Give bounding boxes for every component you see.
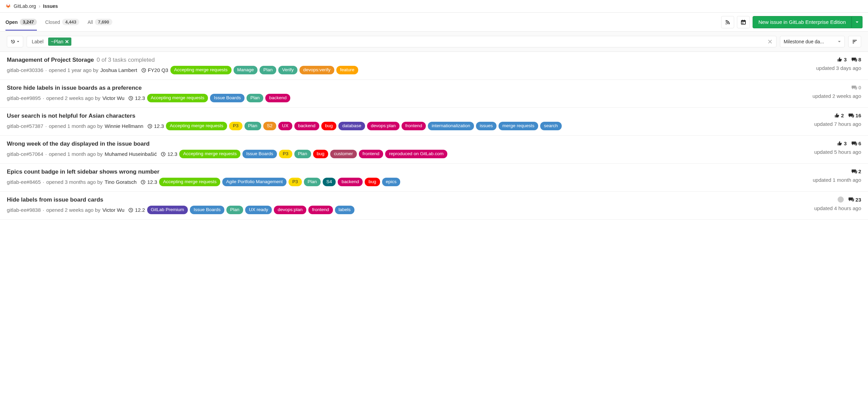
- issue-stats: 2: [852, 168, 861, 174]
- label-pill[interactable]: backend: [338, 178, 363, 186]
- issue-author[interactable]: Muhamed Huseinbašić: [105, 149, 157, 159]
- label-pill[interactable]: bug: [365, 178, 380, 186]
- label-pill[interactable]: devops:plan: [274, 206, 306, 214]
- label-pill[interactable]: P3: [279, 150, 292, 158]
- tab-closed[interactable]: Closed 4,443: [45, 13, 79, 31]
- issue-ref[interactable]: gitlab-ee#9895: [7, 93, 41, 103]
- label-pill[interactable]: Agile Portfolio Management: [222, 178, 286, 186]
- label-pill[interactable]: feature: [336, 66, 358, 74]
- label-pill[interactable]: Accepting merge requests: [147, 94, 208, 102]
- new-issue-dropdown[interactable]: [852, 16, 863, 28]
- label-pill[interactable]: GitLab Premium: [147, 206, 188, 214]
- sort-direction-button[interactable]: [848, 36, 861, 47]
- label-pill[interactable]: Verify: [278, 66, 297, 74]
- label-pill[interactable]: epics: [382, 178, 401, 186]
- label-pill[interactable]: Plan: [304, 178, 321, 186]
- filter-token-remove[interactable]: [65, 40, 69, 43]
- issue-author[interactable]: Victor Wu: [102, 205, 124, 215]
- label-pill[interactable]: Manage: [234, 66, 258, 74]
- issue-ref[interactable]: gitlab-ee#8465: [7, 177, 41, 187]
- issue-ref[interactable]: gitlab-ce#57064: [7, 149, 43, 159]
- tab-open[interactable]: Open 3,247: [5, 13, 37, 31]
- search-history-button[interactable]: [7, 36, 23, 47]
- issue-title[interactable]: Epics count badge in left sidebar shows …: [7, 168, 159, 175]
- label-pill[interactable]: merge requests: [499, 122, 538, 130]
- label-pill[interactable]: Issue Boards: [242, 150, 277, 158]
- sort-icon: [852, 39, 857, 44]
- label-pill[interactable]: devops:plan: [367, 122, 400, 130]
- issue-title[interactable]: Store hide labels in issue boards as a p…: [7, 85, 142, 91]
- label-pill[interactable]: Accepting merge requests: [170, 66, 232, 74]
- label-pill[interactable]: Issue Boards: [210, 94, 244, 102]
- label-pill[interactable]: reproduced on GitLab.com: [385, 150, 447, 158]
- label-pill[interactable]: issues: [476, 122, 496, 130]
- new-issue-button[interactable]: New issue in GitLab Enterprise Edition: [753, 16, 852, 28]
- issue-title[interactable]: Wrong week of the day displayed in the i…: [7, 141, 150, 147]
- label-pill[interactable]: Plan: [294, 150, 311, 158]
- rss-button[interactable]: [721, 16, 734, 28]
- label-pill[interactable]: bug: [313, 150, 328, 158]
- breadcrumb-group[interactable]: GitLab.org: [14, 3, 36, 9]
- label-pill[interactable]: P3: [229, 122, 242, 130]
- issue-milestone[interactable]: FY20 Q3: [141, 65, 168, 75]
- filter-clear-button[interactable]: [766, 40, 774, 44]
- tab-all[interactable]: All 7,690: [87, 13, 112, 31]
- issue-author[interactable]: Tino Goratsch: [105, 177, 137, 187]
- issue-updated: updated 1 month ago: [813, 177, 861, 183]
- comments[interactable]: 23: [849, 197, 861, 203]
- label-pill[interactable]: UX ready: [245, 206, 272, 214]
- issue-milestone[interactable]: 12.3: [161, 149, 177, 159]
- label-pill[interactable]: bug: [321, 122, 337, 130]
- comments[interactable]: 0: [852, 85, 861, 90]
- label-pill[interactable]: Plan: [226, 206, 243, 214]
- upvotes[interactable]: 2: [835, 113, 844, 118]
- comments[interactable]: 2: [852, 168, 861, 174]
- label-pill[interactable]: backend: [294, 122, 319, 130]
- label-pill[interactable]: P3: [289, 178, 302, 186]
- comments[interactable]: 6: [852, 141, 861, 146]
- label-pill[interactable]: Accepting merge requests: [179, 150, 240, 158]
- label-pill[interactable]: backend: [265, 94, 290, 102]
- calendar-button[interactable]: [737, 16, 750, 28]
- issue-author[interactable]: Joshua Lambert: [100, 65, 137, 75]
- label-pill[interactable]: devops:verify: [299, 66, 334, 74]
- label-pill[interactable]: S4: [323, 178, 336, 186]
- issue-ref[interactable]: gitlab-ee#9838: [7, 205, 41, 215]
- issue-author[interactable]: Winnie Hellmann: [105, 121, 143, 131]
- issue-title[interactable]: Hide labels from issue board cards: [7, 196, 103, 203]
- issue-milestone[interactable]: 12.3: [128, 93, 145, 103]
- issue-milestone[interactable]: 12.3: [148, 121, 164, 131]
- label-pill[interactable]: Accepting merge requests: [166, 122, 227, 130]
- label-pill[interactable]: Issue Boards: [190, 206, 224, 214]
- label-pill[interactable]: frontend: [359, 150, 383, 158]
- issue-ref[interactable]: gitlab-ce#57387: [7, 121, 43, 131]
- comments[interactable]: 8: [852, 57, 861, 62]
- breadcrumb-page[interactable]: Issues: [43, 3, 58, 9]
- label-pill[interactable]: customer: [330, 150, 357, 158]
- upvotes[interactable]: 3: [837, 57, 846, 62]
- label-pill[interactable]: Accepting merge requests: [159, 178, 220, 186]
- label-pill[interactable]: UX: [278, 122, 292, 130]
- issue-author[interactable]: Victor Wu: [102, 93, 124, 103]
- filter-token[interactable]: ~Plan: [48, 38, 71, 46]
- label-pill[interactable]: search: [540, 122, 562, 130]
- label-pill[interactable]: labels: [335, 206, 354, 214]
- label-pill[interactable]: internationalization: [428, 122, 474, 130]
- filter-input[interactable]: Label ~Plan: [27, 36, 776, 47]
- label-pill[interactable]: Plan: [260, 66, 276, 74]
- issue-milestone[interactable]: 12.3: [141, 177, 157, 187]
- upvotes[interactable]: 3: [837, 141, 846, 146]
- issue-milestone[interactable]: 12.2: [128, 205, 145, 215]
- label-pill[interactable]: S2: [263, 122, 277, 130]
- comments[interactable]: 16: [849, 113, 861, 118]
- sort-dropdown[interactable]: Milestone due da...: [780, 36, 845, 47]
- label-pill[interactable]: Plan: [244, 122, 261, 130]
- assignee-avatar[interactable]: [838, 196, 844, 203]
- label-pill[interactable]: frontend: [308, 206, 333, 214]
- issue-ref[interactable]: gitlab-ce#30336: [7, 65, 43, 75]
- issue-title[interactable]: Management of Project Storage: [7, 57, 94, 63]
- issue-title[interactable]: User search is not helpful for Asian cha…: [7, 113, 135, 119]
- label-pill[interactable]: Plan: [247, 94, 263, 102]
- label-pill[interactable]: frontend: [402, 122, 426, 130]
- label-pill[interactable]: database: [338, 122, 365, 130]
